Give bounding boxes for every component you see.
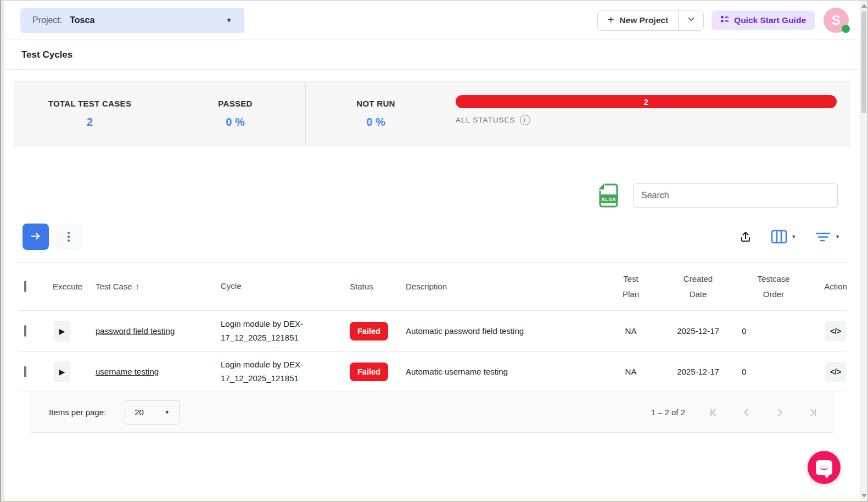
code-icon: </> [830,367,841,376]
column-header-cycle: Cycle [219,280,346,293]
table-row: ▶ password field testing Login module by… [18,311,847,352]
first-page-button[interactable] [707,406,720,419]
chevron-left-icon [740,412,753,421]
more-options-button[interactable] [56,224,81,250]
cycle-name: Login module by DEX-17_12_2025_121851 [221,358,311,386]
test-plan-cell: NA [601,367,661,376]
first-page-icon [707,412,720,421]
test-case-link[interactable]: password field testing [96,326,175,336]
cycle-name: Login module by DEX-17_12_2025_121851 [221,317,311,345]
column-header-test-case[interactable]: Test Case ↑ [93,282,219,291]
column-header-execute: Execute [47,282,93,291]
code-action-button[interactable]: </> [825,362,846,382]
scroll-down-arrow-icon[interactable] [861,494,867,498]
pagination-range: 1 – 2 of 2 [651,408,685,417]
testcase-order-cell: 0 [735,326,812,336]
previous-page-button[interactable] [740,406,753,419]
created-date-cell: 2025-12-17 [661,367,735,376]
all-statuses-row: ALL STATUSES i [456,115,837,125]
quick-start-guide-button[interactable]: Quick Start Guide [712,10,815,30]
xlsx-file-icon: XLSX [596,202,621,210]
run-selected-button[interactable] [23,224,49,250]
column-settings-button[interactable]: ▼ [771,230,796,244]
stat-total-test-cases: TOTAL TEST CASES 2 [15,82,165,146]
select-all-checkbox[interactable] [24,281,26,292]
filter-button[interactable]: ▼ [815,230,840,243]
table-actions-row: ▼ ▼ [23,224,840,250]
row-checkbox[interactable] [24,366,26,377]
search-input[interactable] [633,183,838,208]
column-header-created-date: Created Date [661,271,735,302]
top-bar: Project: Tosca ▼ + New Project [4,1,860,40]
testcase-order-cell: 0 [735,367,812,376]
table-row: ▶ username testing Login module by DEX-1… [18,352,847,392]
chat-bubble-icon [816,460,832,475]
test-plan-cell: NA [601,326,661,336]
export-xlsx-button[interactable]: XLSX [596,182,621,209]
project-label: Project: [32,15,62,25]
items-per-page-value: 20 [135,408,144,417]
description-cell: Automatic password field testing [403,326,601,336]
page-title-row: Test Cycles [4,40,860,70]
pagination-bar: Items per page: 20 ▼ 1 – 2 of 2 [31,392,833,433]
avatar[interactable]: S [824,8,849,33]
kebab-menu-icon [68,232,70,242]
new-project-button[interactable]: + New Project [598,10,678,30]
code-action-button[interactable]: </> [825,321,846,341]
plus-icon: + [608,14,614,26]
chevron-down-icon [686,14,696,26]
created-date-cell: 2025-12-17 [661,326,735,336]
row-checkbox[interactable] [24,325,26,337]
column-header-status: Status [346,282,403,291]
next-page-button[interactable] [773,406,786,419]
scroll-up-arrow-icon[interactable] [861,4,867,8]
vertical-scrollbar[interactable] [860,1,867,501]
sort-ascending-icon: ↑ [136,282,140,291]
chat-launcher-button[interactable] [808,451,841,484]
filter-icon [815,230,831,243]
app-window: Project: Tosca ▼ + New Project [0,0,868,502]
upload-icon [739,230,752,243]
play-icon: ▶ [59,327,65,336]
top-bar-actions: + New Project [597,8,849,33]
execute-button[interactable]: ▶ [54,361,70,382]
code-icon: </> [830,327,841,336]
table-header-row: Execute Test Case ↑ Cycle Status Descrip… [18,263,847,311]
upload-button[interactable] [739,230,752,243]
new-project-dropdown-button[interactable] [678,10,703,30]
execute-button[interactable]: ▶ [54,321,70,342]
chevron-down-icon: ▼ [164,409,170,415]
pagination-controls [707,406,819,419]
chevron-down-icon: ▼ [226,16,232,24]
page-title: Test Cycles [21,49,72,60]
test-case-link[interactable]: username testing [96,367,159,376]
column-header-description: Description [403,282,601,291]
column-header-test-plan: Test Plan [601,271,661,302]
stats-panel: TOTAL TEST CASES 2 PASSED 0 % NOT RUN 0 … [14,81,850,146]
project-name: Tosca [70,15,94,25]
scrollbar-thumb[interactable] [861,11,866,113]
last-page-button[interactable] [806,406,819,419]
items-per-page-select[interactable]: 20 ▼ [125,400,180,425]
new-project-label: New Project [619,15,668,25]
status-distribution-bar[interactable]: 2 [456,95,837,108]
arrow-right-icon [30,230,42,244]
test-cases-table: Execute Test Case ↑ Cycle Status Descrip… [18,262,847,433]
stat-label: TOTAL TEST CASES [48,99,131,108]
main-content: Project: Tosca ▼ + New Project [4,1,860,501]
list-icon [720,15,729,26]
play-icon: ▶ [59,367,65,376]
items-per-page-label: Items per page: [49,408,106,417]
column-header-testcase-order: Testcase Order [735,271,812,302]
project-selector[interactable]: Project: Tosca ▼ [20,8,244,33]
info-icon[interactable]: i [520,115,530,125]
status-distribution: 2 ALL STATUSES i [446,82,849,146]
status-badge: Failed [350,322,388,341]
stat-label: PASSED [218,99,252,108]
all-statuses-label: ALL STATUSES [456,116,516,124]
stat-value: 0 % [366,116,385,129]
columns-icon [771,230,787,244]
online-status-dot [842,25,850,33]
stat-label: NOT RUN [356,99,395,108]
avatar-initial: S [832,13,841,28]
